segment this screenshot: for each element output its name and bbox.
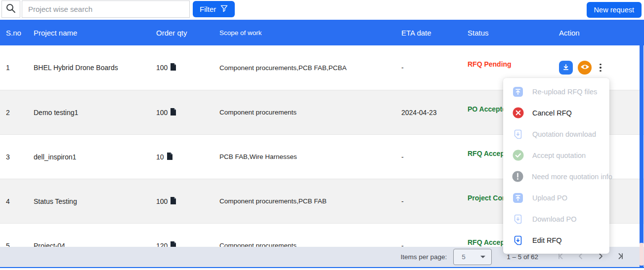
order-qty-value: 100 (156, 109, 168, 116)
cell-order-qty: 10 (151, 153, 215, 161)
cell-sno: 3 (0, 153, 29, 161)
document-icon (170, 197, 176, 206)
vertical-scrollbar[interactable] (640, 20, 644, 267)
exclamation-circle-icon (512, 171, 523, 183)
cell-sno: 4 (0, 197, 29, 205)
cell-order-qty: 100 (151, 108, 215, 117)
menu-item-download-po: Download PO (503, 208, 609, 230)
column-header-scope-of-work: Scope of work (215, 29, 396, 37)
column-header-project-name: Project name (29, 29, 151, 37)
column-header-order-qty: Order qty (151, 29, 215, 37)
upload-square-icon (512, 192, 524, 204)
file-download-icon-active (512, 234, 524, 246)
new-request-button[interactable]: New request (587, 2, 642, 18)
download-rfq-button[interactable] (559, 61, 573, 75)
order-qty-value: 100 (156, 64, 168, 72)
search-icon (5, 3, 16, 16)
row-actions-menu: Re-upload RFQ files Cancel RFQ Quotation… (503, 78, 609, 254)
cell-project-name: Status Testing (29, 197, 151, 205)
order-qty-value: 100 (156, 197, 168, 205)
cell-eta-date: - (396, 64, 463, 72)
cell-eta-date: - (396, 197, 463, 205)
last-page-icon (616, 252, 625, 262)
file-download-icon (512, 128, 524, 140)
menu-item-edit-rfq[interactable]: Edit RFQ (503, 230, 609, 251)
kebab-menu-icon (600, 64, 601, 66)
cell-order-qty: 100 (151, 63, 215, 72)
menu-item-upload-po: Upload PO (503, 187, 609, 208)
bottom-accent-line (0, 267, 644, 268)
filter-button-label: Filter (200, 5, 216, 13)
document-icon (170, 108, 176, 117)
cancel-circle-icon (512, 107, 524, 119)
cell-scope-of-work: Component procurements (215, 109, 396, 116)
kebab-menu-button[interactable] (597, 61, 604, 75)
cell-scope-of-work: Component procurements,PCB FAB,PCBA (215, 64, 396, 72)
cell-eta-date: - (396, 153, 463, 161)
rfq-projects-page: Filter New request S.noProject nameOrder… (0, 0, 644, 270)
cell-scope-of-work: Component procurements,PCB FAB (215, 197, 396, 205)
view-project-button[interactable] (578, 61, 592, 75)
cell-eta-date: 2024-04-23 (396, 109, 463, 116)
cell-project-name: dell_inspiron1 (29, 153, 151, 161)
filter-button[interactable]: Filter (193, 1, 235, 17)
column-header-status: Status (463, 29, 554, 37)
cell-sno: 2 (0, 109, 29, 116)
cell-sno: 1 (0, 64, 29, 72)
document-icon (170, 63, 176, 72)
document-icon (167, 153, 172, 161)
cell-project-name: BHEL Hybrid Drone Boards (29, 64, 151, 72)
last-page-button[interactable] (610, 247, 630, 267)
page-range-label: 1 – 5 of 62 (507, 253, 538, 261)
file-download-icon (512, 213, 524, 225)
table-header: S.noProject nameOrder qtyScope of workET… (0, 20, 644, 45)
scrollbar-thumb[interactable] (640, 243, 644, 266)
menu-item-accept-quotation: Accept quotation (503, 145, 609, 166)
upload-square-icon (512, 86, 524, 98)
menu-item-re-upload-rfq-files: Re-upload RFQ files (503, 81, 609, 102)
cell-order-qty: 100 (151, 197, 215, 206)
column-header-eta-date: ETA date (396, 29, 463, 37)
top-bar: Filter New request (0, 0, 644, 20)
page-size-select[interactable]: 5 (453, 249, 492, 265)
cell-actions (554, 61, 644, 75)
chevron-down-icon (480, 256, 485, 258)
eye-icon (580, 64, 590, 72)
check-circle-icon (512, 150, 524, 161)
search-input[interactable] (22, 0, 190, 18)
menu-item-need-more-quotation-info: Need more quotation info (503, 166, 609, 187)
cell-project-name: Demo testing1 (29, 109, 151, 116)
search-icon-box (1, 0, 20, 18)
column-header-action: Action (554, 29, 644, 37)
status-badge: RFQ Pending (463, 60, 554, 68)
cell-scope-of-work: PCB FAB,Wire Harnesses (215, 153, 396, 160)
page-size-value: 5 (462, 253, 466, 261)
column-header-s-no: S.no (0, 29, 29, 37)
menu-item-cancel-rfq[interactable]: Cancel RFQ (503, 102, 609, 123)
funnel-icon (220, 5, 228, 14)
menu-item-quotation-download: Quotation download (503, 123, 609, 145)
download-icon (562, 63, 570, 73)
items-per-page-label: Items per page: (400, 253, 447, 261)
order-qty-value: 10 (156, 153, 164, 161)
